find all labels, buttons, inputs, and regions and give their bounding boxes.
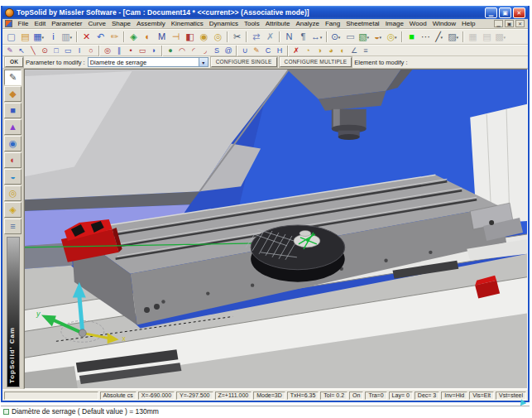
- curve-mode-icon[interactable]: ◆: [4, 86, 22, 102]
- view-frame-icon[interactable]: ▭: [343, 31, 357, 43]
- menu-curve[interactable]: Curve: [85, 20, 108, 27]
- 3d-viewport[interactable]: y x: [24, 69, 528, 389]
- delete-element-icon[interactable]: ✕: [79, 31, 93, 43]
- dropdown-caret-icon[interactable]: ▾: [393, 35, 398, 40]
- menu-dynamics[interactable]: Dynamics: [206, 20, 241, 27]
- annotation-icon[interactable]: ¶: [296, 31, 310, 43]
- shape-mode-icon[interactable]: ■: [4, 103, 22, 118]
- menu-kinematics[interactable]: Kinematics: [168, 20, 206, 27]
- configure-multiple-button[interactable]: CONFIGURE MULTIPLE: [280, 57, 352, 67]
- modify-tool-icon[interactable]: ⊣: [169, 31, 183, 43]
- menu-analyze[interactable]: Analyze: [293, 20, 322, 27]
- point-style-icon[interactable]: ⋯: [419, 31, 433, 43]
- pie-edit-icon[interactable]: ◐: [337, 46, 348, 55]
- arc-icon[interactable]: ◠: [176, 46, 188, 55]
- drilling-mode-icon[interactable]: ◒: [4, 169, 22, 185]
- menu-window[interactable]: Window: [429, 20, 458, 27]
- point-icon[interactable]: •: [125, 46, 137, 55]
- parameter-combobox[interactable]: Diamètre de serrage ▾: [88, 57, 208, 67]
- document-info-icon[interactable]: i: [46, 31, 60, 43]
- print-icon[interactable]: ▥▾: [60, 31, 74, 43]
- ok-button[interactable]: OK: [5, 57, 23, 67]
- dropdown-caret-icon[interactable]: ▾: [439, 35, 444, 40]
- smart-part-icon[interactable]: ◉: [197, 31, 211, 43]
- menu-attribute[interactable]: Attribute: [262, 20, 293, 27]
- helix-icon[interactable]: @: [223, 46, 234, 55]
- bolt-icon[interactable]: ◎: [211, 31, 225, 43]
- render-icon[interactable]: ◒▾: [371, 31, 386, 43]
- surface-mode-icon[interactable]: ▲: [4, 119, 22, 135]
- corner-icon[interactable]: ◞: [199, 46, 211, 55]
- design-mode-icon[interactable]: ✎: [4, 70, 22, 85]
- turning-mode-icon[interactable]: ◎: [4, 185, 22, 201]
- tooling-mode-icon[interactable]: ◈: [4, 202, 22, 218]
- menu-shape[interactable]: Shape: [108, 20, 133, 27]
- milling-mode-icon[interactable]: ◐: [4, 152, 22, 168]
- operations-list-icon[interactable]: ≡: [4, 219, 22, 234]
- constraint-link-icon[interactable]: ⇄: [249, 31, 263, 43]
- circle-center-icon[interactable]: ⊙: [39, 46, 50, 55]
- select-arrow-icon[interactable]: ↖: [16, 46, 27, 55]
- menu-file[interactable]: File: [15, 20, 31, 27]
- dropdown-caret-icon[interactable]: ▾: [366, 35, 371, 40]
- edit-curve-icon[interactable]: ✎: [251, 46, 262, 55]
- sketch-icon[interactable]: ✎: [4, 46, 16, 55]
- child-close-button[interactable]: ✕: [515, 20, 525, 27]
- menu-fang[interactable]: Fang: [322, 20, 343, 27]
- dropdown-caret-icon[interactable]: ▾: [378, 35, 383, 40]
- layer-filter-icon[interactable]: ▩▾: [494, 31, 508, 43]
- attribute-copy-icon[interactable]: ✏: [108, 31, 122, 43]
- component-icon[interactable]: ◧: [183, 31, 197, 43]
- menu-wood[interactable]: Wood: [406, 20, 429, 27]
- line-style-icon[interactable]: ╱▾: [433, 31, 447, 43]
- magnet-icon[interactable]: M: [155, 31, 169, 43]
- combobox-dropdown-button[interactable]: ▾: [199, 58, 208, 66]
- curve-constraint-icon[interactable]: C: [262, 46, 274, 55]
- close-button[interactable]: ✕: [513, 7, 525, 18]
- lamp-icon[interactable]: ◎▾: [386, 31, 400, 43]
- u-curve-icon[interactable]: ∪: [239, 46, 251, 55]
- dropdown-caret-icon[interactable]: ▾: [455, 35, 460, 40]
- line-icon[interactable]: ╲: [27, 46, 39, 55]
- configure-single-button[interactable]: CONFIGURE SINGLE: [211, 57, 277, 67]
- undo-icon[interactable]: ↶: [93, 31, 108, 43]
- visible-layers-icon[interactable]: ▦: [466, 31, 480, 43]
- solid-sphere-icon[interactable]: ●: [165, 46, 176, 55]
- dropdown-caret-icon[interactable]: ▾: [502, 35, 507, 40]
- dynamic-rotate-icon[interactable]: ◐: [141, 31, 155, 43]
- profile-icon[interactable]: I: [74, 46, 85, 55]
- image-capture-icon[interactable]: ▧▾: [357, 31, 371, 43]
- slot-icon[interactable]: ▭: [137, 46, 148, 55]
- scissors-icon[interactable]: ✂: [230, 31, 244, 43]
- open-document-icon[interactable]: ▤: [18, 31, 32, 43]
- notched-rectangle-icon[interactable]: ▭: [62, 46, 74, 55]
- handle-icon[interactable]: H: [274, 46, 285, 55]
- menu-parameter[interactable]: Parameter: [49, 20, 85, 27]
- menu-help[interactable]: Help: [459, 20, 478, 27]
- title-bar[interactable]: TopSolid by Missler Software - [Cam : Do…: [2, 6, 528, 19]
- dropdown-caret-icon[interactable]: ▾: [69, 35, 74, 40]
- spline-icon[interactable]: S: [211, 46, 223, 55]
- break-link-icon[interactable]: ✗: [263, 31, 277, 43]
- delete-curve-icon[interactable]: ✗: [290, 46, 302, 55]
- dropdown-caret-icon[interactable]: ▾: [337, 35, 342, 40]
- new-document-icon[interactable]: ▢: [4, 31, 18, 43]
- pie-three-quarter-icon[interactable]: ◕: [325, 46, 337, 55]
- closed-profile-icon[interactable]: ◗: [148, 46, 160, 55]
- fillet-icon[interactable]: ◜: [188, 46, 199, 55]
- dropdown-caret-icon[interactable]: ▾: [319, 35, 324, 40]
- rectangle-icon[interactable]: □: [50, 46, 62, 55]
- current-layer-icon[interactable]: ▤: [480, 31, 494, 43]
- menu-image[interactable]: Image: [382, 20, 406, 27]
- pie-quarter-icon[interactable]: ◔: [302, 46, 314, 55]
- current-color-swatch[interactable]: ■: [405, 31, 419, 43]
- menu-tools[interactable]: Tools: [241, 20, 262, 27]
- analysis-list-icon[interactable]: ≡: [360, 46, 371, 55]
- child-restore-button[interactable]: ▣: [505, 20, 514, 27]
- pie-half-icon[interactable]: ◑: [314, 46, 325, 55]
- zoom-icon[interactable]: ⊙▾: [329, 31, 343, 43]
- regenerate-icon[interactable]: ◈: [127, 31, 141, 43]
- menu-edit[interactable]: Edit: [31, 20, 49, 27]
- ellipse-icon[interactable]: ○: [85, 46, 97, 55]
- cam-setup-icon[interactable]: ◉: [4, 136, 22, 151]
